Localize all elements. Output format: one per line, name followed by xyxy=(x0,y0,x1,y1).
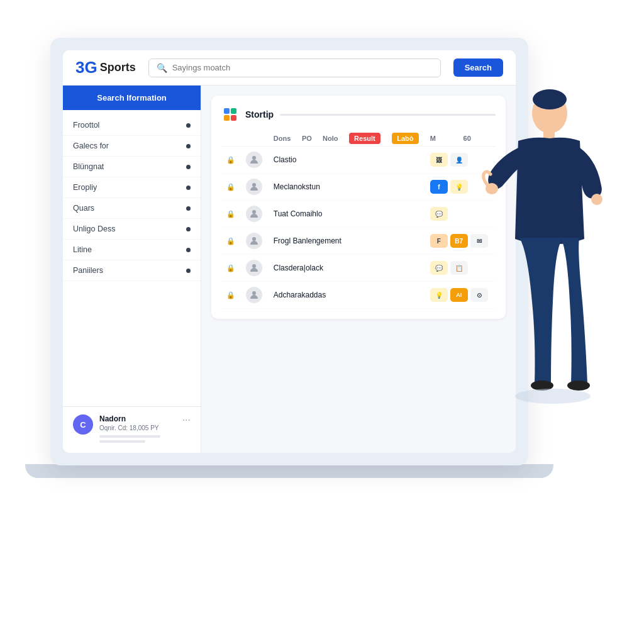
screen-inner: 3G Sports 🔍 Search Search Iformation Fro… xyxy=(63,50,516,453)
sidebar-item-label: Litine xyxy=(73,245,92,254)
sidebar: Search Iformation FroottolGalecs forBlün… xyxy=(63,86,201,453)
svg-point-12 xyxy=(567,380,590,391)
svg-point-4 xyxy=(252,264,256,268)
row-lock: 🔒 xyxy=(221,174,241,201)
sidebar-item-label: Froottol xyxy=(73,121,99,130)
sidebar-item-dot xyxy=(186,165,191,169)
sidebar-item-dot xyxy=(186,186,191,190)
user-lines xyxy=(99,435,176,443)
col-nolo: Nolo xyxy=(318,131,344,147)
table-row: 🔒 Tuat Comaihlo 💬 xyxy=(221,201,496,228)
user-info: Nadorn Oqnir. Cd: 18,005 PY xyxy=(99,414,176,445)
navbar: 3G Sports 🔍 Search xyxy=(63,50,516,86)
row-lock: 🔒 xyxy=(221,147,241,174)
card-title: Stortip xyxy=(245,109,274,119)
row-name: Frogl Banlengement xyxy=(269,228,425,255)
search-input[interactable] xyxy=(172,63,433,72)
laptop-screen: 3G Sports 🔍 Search Search Iformation Fro… xyxy=(50,38,528,465)
badge-b7[interactable]: B7 xyxy=(450,234,468,248)
row-name: Meclanokstun xyxy=(269,174,425,201)
sidebar-item-dot xyxy=(186,123,191,128)
table-row: 🔒 Clasdera|olack 💬📋 xyxy=(221,255,496,282)
badge-user[interactable]: 👤 xyxy=(450,153,468,167)
sidebar-item[interactable]: Eropliy xyxy=(63,177,201,198)
card-header: Stortip xyxy=(221,106,496,123)
title-line xyxy=(280,114,496,116)
col-labo: Labò xyxy=(387,131,425,147)
row-name: Clastio xyxy=(269,147,425,174)
badge-light[interactable]: 💡 xyxy=(450,180,468,194)
row-name: Clasdera|olack xyxy=(269,255,425,282)
sidebar-item[interactable]: Blüngnat xyxy=(63,157,201,177)
sidebar-item-label: Unligo Dess xyxy=(73,225,115,233)
sidebar-item-label: Galecs for xyxy=(73,142,109,150)
badge-img[interactable]: 🖼 xyxy=(430,153,448,167)
col-avatar xyxy=(241,131,269,147)
row-lock: 🔒 xyxy=(221,255,241,282)
svg-point-2 xyxy=(252,210,256,214)
svg-point-5 xyxy=(252,291,256,295)
col-lock xyxy=(221,131,241,147)
row-avatar-cell xyxy=(241,174,269,201)
user-name: Nadorn xyxy=(99,414,176,423)
row-avatar-cell xyxy=(241,201,269,228)
dots-menu-button[interactable]: ··· xyxy=(182,414,191,426)
lock-icon: 🔒 xyxy=(226,237,235,245)
row-avatar-cell xyxy=(241,282,269,309)
avatar xyxy=(246,260,262,276)
table-card: Stortip Dons PO Nolo Result xyxy=(211,96,506,319)
card-icon xyxy=(221,106,239,123)
col-m: M xyxy=(425,131,458,147)
sidebar-item-dot xyxy=(186,269,191,273)
badge-chat[interactable]: 💬 xyxy=(430,207,448,221)
sidebar-item-dot xyxy=(186,206,191,211)
avatar xyxy=(246,233,262,249)
sidebar-item-label: Eropliy xyxy=(73,183,97,192)
svg-point-7 xyxy=(533,89,567,109)
app-logo: 3G Sports xyxy=(75,58,136,77)
row-avatar-cell xyxy=(241,228,269,255)
avatar xyxy=(246,179,262,195)
search-bar[interactable]: 🔍 xyxy=(148,58,441,77)
sidebar-item[interactable]: Paniilers xyxy=(63,260,201,281)
col-dons: Dons xyxy=(269,131,297,147)
svg-point-1 xyxy=(252,183,256,187)
row-lock: 🔒 xyxy=(221,282,241,309)
lock-icon: 🔒 xyxy=(226,291,235,299)
row-name: Tuat Comaihlo xyxy=(269,201,425,228)
sidebar-item[interactable]: Galecs for xyxy=(63,136,201,157)
avatar: C xyxy=(73,414,93,435)
sidebar-item-dot xyxy=(186,248,191,252)
person-illustration xyxy=(480,75,606,440)
lock-icon: 🔒 xyxy=(226,264,235,272)
svg-point-13 xyxy=(515,389,591,404)
right-panel: Stortip Dons PO Nolo Result xyxy=(201,86,516,453)
sidebar-item[interactable]: Quars xyxy=(63,198,201,219)
main-content: Search Iformation FroottolGalecs forBlün… xyxy=(63,86,516,453)
badge-book[interactable]: 📋 xyxy=(450,261,468,275)
sidebar-item[interactable]: Froottol xyxy=(63,115,201,136)
puzzle-icon xyxy=(224,108,236,121)
sidebar-header: Search Iformation xyxy=(63,86,201,110)
sidebar-user-section: C Nadorn Oqnir. Cd: 18,005 PY ··· xyxy=(63,406,201,453)
badge-f[interactable]: F xyxy=(430,234,448,248)
col-result: Result xyxy=(344,131,387,147)
sidebar-item-label: Quars xyxy=(73,204,94,213)
lock-icon: 🔒 xyxy=(226,156,235,164)
search-button[interactable]: Search xyxy=(453,58,503,77)
row-lock: 🔒 xyxy=(221,228,241,255)
logo-3g: 3G xyxy=(75,58,97,77)
badge-bulb[interactable]: 💡 xyxy=(430,288,448,302)
badge-chat2[interactable]: 💬 xyxy=(430,261,448,275)
laptop-base xyxy=(25,464,553,478)
avatar xyxy=(246,287,262,303)
sidebar-item-dot xyxy=(186,227,191,231)
svg-point-10 xyxy=(591,194,602,205)
sidebar-item[interactable]: Litine xyxy=(63,240,201,260)
row-avatar-cell xyxy=(241,255,269,282)
row-avatar-cell xyxy=(241,147,269,174)
badge-fb[interactable]: f xyxy=(430,180,448,194)
badge-ai[interactable]: AI xyxy=(450,288,468,302)
puzzle-piece-3 xyxy=(224,115,230,121)
sidebar-item[interactable]: Unligo Dess xyxy=(63,219,201,240)
